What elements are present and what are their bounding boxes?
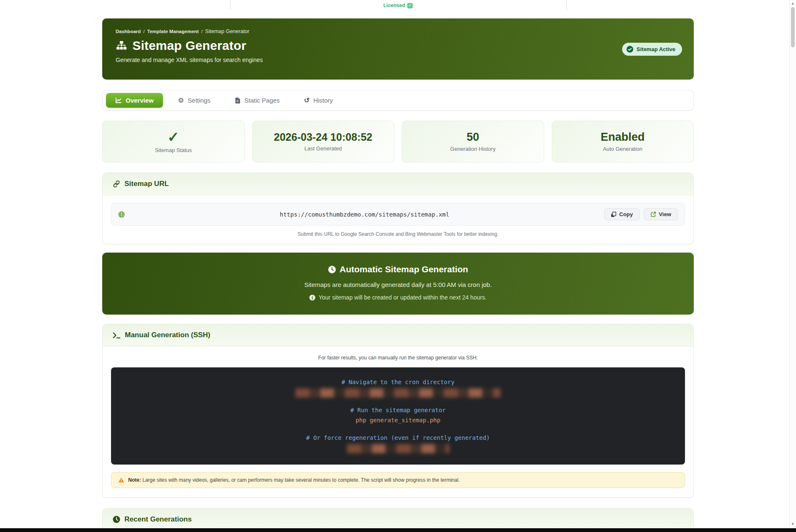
scroll-down-arrow-icon[interactable]: ▼: [790, 522, 796, 526]
banner-title: Automatic Sitemap Generation: [340, 264, 468, 274]
check-circle-icon: [626, 46, 633, 53]
banner-schedule-text: Sitemaps are automatically generated dai…: [111, 281, 685, 288]
code-comment: # Navigate to the cron directory: [119, 378, 677, 387]
check-icon: ✓: [168, 130, 180, 144]
sitemap-url-section: Sitemap URL https://comusthumbzdemo.com/…: [102, 173, 694, 244]
chart-line-icon: [115, 97, 122, 104]
terminal-icon: [113, 332, 121, 339]
file-icon: [235, 97, 240, 104]
copy-button[interactable]: Copy: [604, 208, 640, 220]
stat-generation-history: 50 Generation History: [402, 121, 544, 163]
tab-settings[interactable]: ⚙ Settings: [169, 93, 220, 108]
stat-value: 2026-03-24 10:08:52: [274, 132, 372, 142]
submit-url-hint: Submit this URL to Google Search Console…: [111, 226, 685, 241]
auto-generation-banner: Automatic Sitemap Generation Sitemaps ar…: [102, 253, 694, 315]
vertical-scrollbar[interactable]: ▲ ▼: [789, 0, 796, 532]
guide-line: [566, 0, 567, 9]
scroll-up-arrow-icon[interactable]: ▲: [790, 1, 796, 5]
globe-icon: [118, 211, 125, 218]
stats-row: ✓ Sitemap Status 2026-03-24 10:08:52 Las…: [102, 121, 694, 163]
tab-label: Static Pages: [244, 97, 279, 104]
breadcrumb-separator: /: [201, 29, 202, 34]
manual-intro-text: For faster results, you can manually run…: [111, 355, 685, 361]
code-comment: # Or force regeneration (even if recentl…: [119, 434, 677, 443]
copy-icon: [611, 212, 616, 217]
sitemap-active-badge: Sitemap Active: [622, 43, 682, 56]
breadcrumb: Dashboard / Template Management / Sitema…: [116, 28, 680, 34]
code-command: php generate_sitemap.php: [119, 416, 677, 425]
stat-sitemap-status: ✓ Sitemap Status: [102, 121, 245, 163]
stat-value: Enabled: [601, 132, 645, 143]
section-title: Recent Generations: [124, 515, 192, 524]
banner-update-text: Your sitemap will be created or updated …: [318, 294, 486, 301]
sitemap-icon: [116, 40, 127, 52]
breadcrumb-dashboard[interactable]: Dashboard: [116, 29, 141, 34]
external-link-icon: [651, 212, 656, 217]
stat-label: Auto Generation: [603, 146, 643, 152]
redacted-command: [347, 444, 450, 453]
manual-generation-section: Manual Generation (SSH) For faster resul…: [102, 324, 694, 498]
info-icon: [309, 294, 315, 301]
redacted-command: [295, 388, 501, 398]
section-title: Manual Generation (SSH): [125, 331, 210, 339]
section-title: Sitemap URL: [124, 180, 169, 188]
page-content: Dashboard / Template Management / Sitema…: [102, 18, 694, 532]
stat-label: Generation History: [450, 146, 496, 152]
stat-label: Sitemap Status: [155, 147, 192, 153]
tab-static-pages[interactable]: Static Pages: [225, 93, 289, 108]
page-title: Sitemap Generator: [132, 39, 246, 53]
tab-history[interactable]: ↺ History: [295, 93, 342, 108]
sitemap-url-value: https://comusthumbzdemo.com/sitemaps/sit…: [125, 211, 604, 218]
ssh-code-block: # Navigate to the cron directory # Run t…: [111, 367, 685, 465]
clock-icon: [328, 266, 336, 274]
licensed-check-icon: ✓: [407, 3, 413, 8]
stat-value: 50: [467, 132, 479, 143]
page-subtitle: Generate and manage XML sitemaps for sea…: [116, 57, 680, 63]
history-icon: ↺: [304, 97, 309, 104]
stat-auto-generation: Enabled Auto Generation: [552, 121, 694, 163]
note-text: Large sites with many videos, galleries,…: [142, 477, 460, 483]
screen-bottom-edge: [0, 528, 796, 532]
note-box: Note: Large sites with many videos, gall…: [111, 472, 685, 488]
tab-overview[interactable]: Overview: [106, 93, 163, 108]
view-button[interactable]: View: [644, 208, 678, 220]
guide-line: [230, 0, 230, 9]
warning-icon: [118, 477, 124, 483]
page-header: Dashboard / Template Management / Sitema…: [102, 18, 694, 80]
clock-icon: [113, 516, 120, 523]
licensed-label: Licensed: [383, 3, 405, 8]
breadcrumb-current: Sitemap Generator: [205, 28, 250, 34]
note-label: Note:: [128, 477, 141, 483]
breadcrumb-separator: /: [143, 29, 145, 34]
tab-label: Settings: [188, 97, 210, 104]
stat-last-generated: 2026-03-24 10:08:52 Last Generated: [252, 121, 395, 163]
view-button-label: View: [659, 211, 671, 217]
tab-label: History: [313, 97, 333, 104]
status-badge-label: Sitemap Active: [636, 46, 675, 52]
link-icon: [113, 180, 120, 188]
breadcrumb-template-management[interactable]: Template Management: [147, 29, 199, 34]
copy-button-label: Copy: [619, 211, 633, 217]
gear-icon: ⚙: [178, 97, 184, 104]
sitemap-url-row: https://comusthumbzdemo.com/sitemaps/sit…: [111, 203, 685, 226]
scrollbar-thumb[interactable]: [791, 7, 795, 47]
code-comment: # Run the sitemap generator: [119, 406, 677, 415]
stat-label: Last Generated: [304, 145, 342, 152]
tab-bar: Overview ⚙ Settings Static Pages ↺ Histo…: [102, 90, 694, 111]
tab-label: Overview: [126, 97, 154, 104]
licensed-badge: Licensed ✓: [383, 3, 413, 8]
